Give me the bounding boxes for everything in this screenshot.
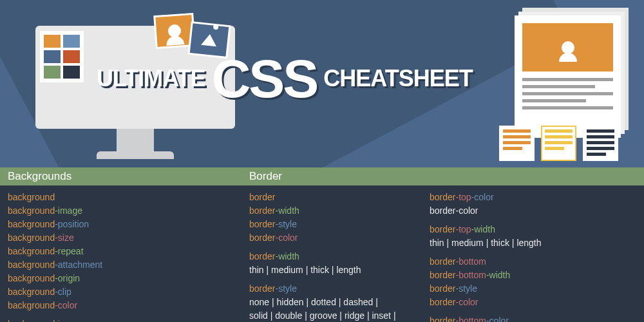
css-values: border-color [430,204,542,218]
title-word-1: ULTIMATE [97,65,205,92]
section-border: Border borderborder-widthborder-stylebor… [242,167,644,322]
css-property: border [249,191,397,204]
prop-list: border-bottomborder-bottom-widthborder-s… [430,255,542,309]
css-values: thin | medium | thick | length [430,236,542,250]
css-property: background-image [8,317,234,322]
small-doc-blue [583,126,618,161]
title-word-2: CSS [212,52,317,106]
hero-banner: ULTIMATE CSS CHEATSHEET [0,0,644,167]
css-property: background-repeat [8,245,234,258]
css-property: background-color [8,299,234,312]
css-property: border-bottom-color [430,314,542,322]
css-property: background-attachment [8,258,234,272]
title-word-3: CHEATSHEET [323,65,472,92]
css-property: border-style [430,282,542,296]
color-palette-icon [40,31,84,82]
small-doc-orange [499,126,535,161]
section-backgrounds: Backgrounds backgroundbackground-imageba… [0,167,242,322]
css-property: border-top-color [430,191,542,204]
css-property: background-clip [8,285,234,299]
section-header: Backgrounds [0,167,242,185]
css-values: thin | medium | thick | length [249,263,397,277]
css-property: background [8,191,234,204]
css-property: border-width [249,204,397,218]
css-values: none | hidden | dotted | dashed | solid … [249,296,397,322]
css-property: border-style [249,282,397,296]
css-property: background-size [8,231,234,245]
section-header: Border [242,167,644,185]
css-property: background-image [8,204,234,218]
cheatsheet-content: Backgrounds backgroundbackground-imageba… [0,167,644,322]
css-property: background-origin [8,272,234,285]
small-docs-icon [499,126,618,161]
css-property: border-color [430,296,542,309]
prop-list: borderborder-widthborder-styleborder-col… [249,191,397,245]
css-property: background-position [8,218,234,231]
css-property: border-color [249,231,397,245]
css-property: border-style [249,218,397,231]
css-property: border-top-width [430,223,542,236]
css-property: border-bottom-width [430,269,542,282]
prop-list: backgroundbackground-imagebackground-pos… [8,191,234,312]
css-property: border-bottom [430,255,542,269]
css-property: border-width [249,250,397,263]
small-doc-yellow [541,126,576,161]
page-title: ULTIMATE CSS CHEATSHEET [97,52,473,106]
